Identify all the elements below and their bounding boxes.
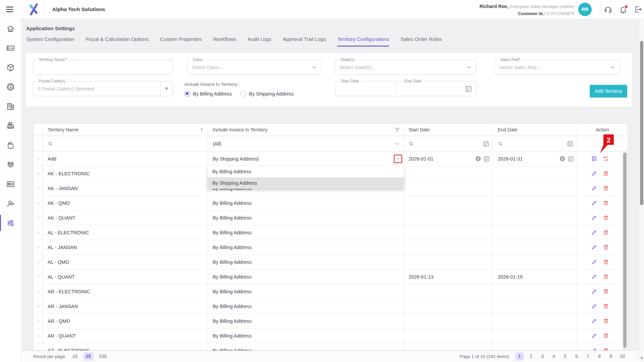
- edit-row-icon[interactable]: [591, 215, 597, 221]
- date-range-field[interactable]: Start Date End Date: [335, 81, 476, 96]
- edit-row-icon[interactable]: [591, 200, 597, 206]
- delete-row-icon[interactable]: [603, 244, 609, 250]
- edit-end-date-cell[interactable]: 2026-01-31: [493, 152, 577, 166]
- calendar-icon[interactable]: [568, 156, 574, 162]
- dropdown-option-by-billing-address[interactable]: By Billing Address: [208, 166, 404, 177]
- calendar-icon[interactable]: [483, 140, 489, 147]
- page-button-10[interactable]: 10: [618, 352, 627, 361]
- delete-row-icon[interactable]: [603, 318, 609, 324]
- row-expand-icon[interactable]: [36, 319, 41, 323]
- sidebar-item-add-user[interactable]: [0, 194, 21, 213]
- tab-audit-logs[interactable]: Audit Logs: [248, 36, 271, 47]
- postal-codes-field[interactable]: Postal Code(s) 0 Postal Code(s) Selected…: [33, 81, 173, 96]
- edit-row-icon[interactable]: [591, 259, 597, 265]
- radio-by-billing-address[interactable]: By Billing Address: [184, 91, 232, 97]
- page-size-button-10[interactable]: 10: [70, 352, 80, 361]
- dropdown-option-by-shipping-address[interactable]: By Shipping Address: [208, 177, 404, 189]
- tab-territory-configurations[interactable]: Territory Configurations: [337, 36, 389, 47]
- save-row-icon[interactable]: [591, 156, 597, 162]
- sidebar-item-reports[interactable]: [0, 174, 21, 194]
- edit-invoice-cell[interactable]: By Shipping Address: [208, 152, 404, 166]
- row-expand-icon[interactable]: [36, 216, 41, 220]
- delete-row-icon[interactable]: [603, 229, 609, 236]
- row-expand-icon[interactable]: [36, 186, 41, 191]
- page-button-3[interactable]: 3: [538, 352, 547, 361]
- row-expand-icon[interactable]: [36, 171, 41, 176]
- edit-row-icon[interactable]: [591, 318, 597, 324]
- tab-approval-trail-logs[interactable]: Approval Trail Logs: [283, 36, 326, 47]
- page-button-5[interactable]: 5: [561, 352, 570, 361]
- edit-start-date-cell[interactable]: 2026-01-01: [404, 152, 493, 166]
- page-size-button-100[interactable]: 100: [97, 352, 108, 361]
- row-expand-icon[interactable]: [36, 275, 41, 279]
- page-button-6[interactable]: 6: [572, 352, 581, 361]
- calendar-icon[interactable]: [483, 156, 490, 162]
- territory-name-filter-input[interactable]: [43, 136, 208, 151]
- add-postal-code-button[interactable]: +: [160, 81, 172, 96]
- row-expand-icon[interactable]: [36, 245, 41, 250]
- territory-name-field[interactable]: Territory Name *: [33, 60, 173, 75]
- cancel-refresh-icon[interactable]: [603, 156, 609, 162]
- sidebar-item-billing[interactable]: [0, 116, 21, 135]
- tab-system-configuration[interactable]: System Configuration: [26, 36, 74, 47]
- page-button-2[interactable]: 2: [527, 352, 535, 361]
- delete-row-icon[interactable]: [603, 259, 609, 265]
- edit-row-icon[interactable]: [591, 303, 597, 309]
- tab-custom-properties[interactable]: Custom Properties: [160, 36, 202, 47]
- tab-fiscal-calculation-options[interactable]: Fiscal & Calculation Options: [86, 36, 149, 47]
- delete-row-icon[interactable]: [603, 170, 609, 177]
- delete-row-icon[interactable]: [603, 215, 609, 221]
- class-select[interactable]: Class Select Class...: [187, 60, 322, 75]
- app-logo[interactable]: [27, 2, 41, 16]
- row-expand-icon[interactable]: [36, 304, 41, 309]
- tab-workflows[interactable]: Workflows: [213, 36, 236, 47]
- annotated-dropdown-chevron[interactable]: [394, 155, 402, 163]
- calendar-icon[interactable]: [465, 85, 472, 93]
- scrollbar-thumb[interactable]: [623, 153, 627, 348]
- sidebar-item-pricing[interactable]: $: [0, 77, 21, 97]
- page-button-7[interactable]: 7: [584, 352, 592, 361]
- delete-row-icon[interactable]: [603, 200, 609, 206]
- page-size-button-25[interactable]: 25: [83, 352, 93, 361]
- chevron-down-icon[interactable]: [394, 141, 400, 147]
- row-expand-icon[interactable]: [36, 289, 41, 294]
- delete-row-icon[interactable]: [603, 185, 609, 191]
- sales-rep-select[interactable]: Sales Rep* Select Sales Rep...: [494, 60, 620, 75]
- header-start-date[interactable]: Start Date: [404, 124, 493, 136]
- header-territory-name[interactable]: Territory Name: [43, 124, 208, 136]
- edit-row-icon[interactable]: [591, 229, 597, 236]
- page-button-9[interactable]: 9: [606, 352, 615, 361]
- hamburger-menu-icon[interactable]: [5, 5, 14, 14]
- clear-date-icon[interactable]: [475, 156, 481, 162]
- sidebar-item-package[interactable]: [0, 58, 21, 77]
- sidebar-item-company[interactable]: [0, 97, 21, 116]
- sidebar-item-ledger[interactable]: DC: [0, 155, 21, 174]
- sidebar-item-home[interactable]: [0, 19, 21, 38]
- row-expand-icon[interactable]: [36, 230, 41, 235]
- tab-sales-order-rules[interactable]: Sales Order Rules: [400, 36, 442, 47]
- edit-row-icon[interactable]: [591, 170, 597, 177]
- logout-icon[interactable]: [634, 5, 642, 14]
- page-button-8[interactable]: 8: [595, 352, 604, 361]
- clear-date-icon[interactable]: [559, 156, 566, 162]
- page-button-1[interactable]: 1: [515, 352, 524, 361]
- edit-row-icon[interactable]: [591, 244, 597, 250]
- header-include-invoice[interactable]: Include Invoice In Territory: [208, 124, 404, 136]
- window-scrollbar[interactable]: [639, 19, 644, 362]
- notifications-bell-icon[interactable]: [619, 5, 628, 14]
- table-scrollbar[interactable]: [622, 152, 627, 350]
- support-headset-icon[interactable]: [604, 5, 612, 14]
- sidebar-item-settings[interactable]: [0, 213, 21, 233]
- edit-row-icon[interactable]: [591, 185, 597, 191]
- scrollbar-thumb[interactable]: [640, 41, 643, 205]
- edit-row-icon[interactable]: [591, 333, 597, 339]
- header-end-date[interactable]: End Date: [493, 124, 577, 136]
- row-expand-icon[interactable]: [36, 201, 41, 205]
- page-button-4[interactable]: 4: [549, 352, 558, 361]
- edit-row-icon[interactable]: [591, 274, 597, 280]
- add-territory-button[interactable]: Add Territory: [590, 85, 627, 98]
- edit-row-icon[interactable]: [591, 288, 597, 295]
- filter-funnel-icon[interactable]: [394, 127, 400, 133]
- row-expand-icon[interactable]: [36, 334, 41, 338]
- end-date-filter-input[interactable]: [493, 136, 577, 151]
